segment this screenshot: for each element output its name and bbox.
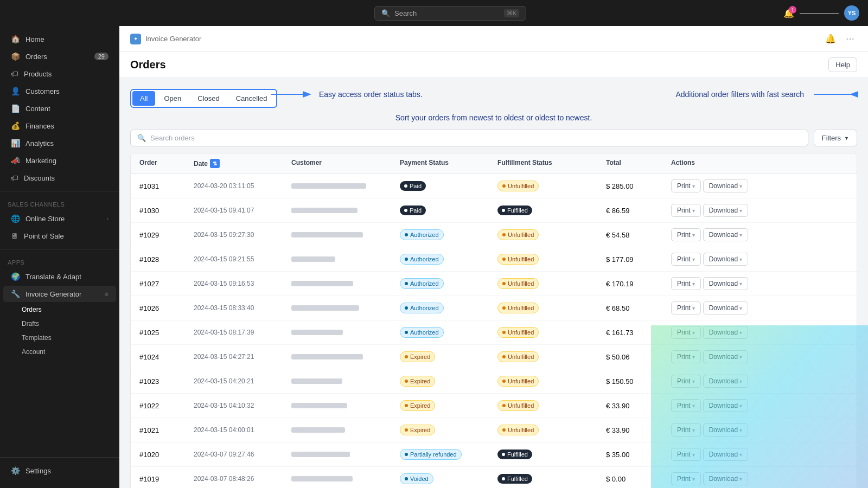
customer-name	[291, 256, 400, 262]
search-filter-row: 🔍 Search orders Filters ▼	[130, 130, 857, 146]
customer-name	[291, 183, 400, 189]
global-search[interactable]: 🔍 Search ⌘K	[374, 6, 526, 21]
content-icon: 📄	[11, 104, 20, 113]
sidebar-item-invoice-generator[interactable]: 🔧 Invoice Generator ⊕	[3, 286, 116, 302]
order-date: 2024-03-07 09:27:46	[194, 451, 291, 458]
download-button[interactable]: Download ▾	[703, 228, 748, 241]
download-button[interactable]: Download ▾	[703, 350, 748, 363]
sidebar-item-orders[interactable]: 📦 Orders 29	[3, 48, 116, 65]
print-button[interactable]: Print ▾	[671, 277, 701, 290]
payment-status: Expired	[400, 376, 497, 387]
breadcrumb-title: Invoice Generator	[145, 35, 201, 43]
payment-status: Paid	[400, 206, 497, 215]
pos-icon: 🖥	[11, 232, 18, 240]
table-row: #1022 2024-03-15 04:10:32 Expired Unfulf…	[131, 394, 857, 418]
payment-status: Authorized	[400, 254, 497, 265]
sidebar-sub-label-templates: Templates	[22, 334, 52, 342]
print-button[interactable]: Print ▾	[671, 204, 701, 217]
products-icon: 🏷	[11, 69, 18, 78]
sidebar-item-finances[interactable]: 💰 Finances	[3, 118, 116, 134]
sidebar-item-settings[interactable]: ⚙️ Settings	[3, 463, 116, 479]
print-button[interactable]: Print ▾	[671, 375, 701, 388]
notification-button[interactable]: 🔔 1	[783, 8, 794, 18]
download-button[interactable]: Download ▾	[703, 253, 748, 266]
print-button[interactable]: Print ▾	[671, 472, 701, 485]
tab-cancelled[interactable]: Cancelled	[228, 91, 275, 106]
page-title: Orders	[130, 59, 166, 71]
table-row: #1031 2024-03-20 03:11:05 Paid Unfulfill…	[131, 174, 857, 198]
print-arrow-icon: ▾	[692, 232, 695, 238]
top-bar: 🔍 Search ⌘K 🔔 1 —————— YS	[0, 0, 868, 26]
download-button[interactable]: Download ▾	[703, 301, 748, 314]
sidebar-item-customers[interactable]: 👤 Customers	[3, 83, 116, 99]
download-button[interactable]: Download ▾	[703, 472, 748, 485]
download-button[interactable]: Download ▾	[703, 448, 748, 461]
payment-status: Expired	[400, 351, 497, 362]
order-date: 2024-03-15 08:33:40	[194, 304, 291, 312]
print-button[interactable]: Print ▾	[671, 301, 701, 314]
th-date[interactable]: Date ⇅	[194, 159, 291, 168]
download-arrow-icon: ▾	[739, 256, 742, 262]
download-button[interactable]: Download ▾	[703, 179, 748, 192]
table-row: #1025 2024-03-15 08:17:39 Authorized Unf…	[131, 320, 857, 345]
print-button[interactable]: Print ▾	[671, 350, 701, 363]
sidebar-item-marketing[interactable]: 📣 Marketing	[3, 152, 116, 169]
download-button[interactable]: Download ▾	[703, 277, 748, 290]
tab-closed[interactable]: Closed	[190, 91, 227, 106]
more-icon-btn[interactable]: ⋯	[843, 33, 857, 45]
print-button[interactable]: Print ▾	[671, 179, 701, 192]
search-icon-order: 🔍	[137, 134, 146, 142]
download-arrow-icon: ▾	[739, 305, 742, 311]
order-total: € 86.59	[606, 207, 671, 215]
print-button[interactable]: Print ▾	[671, 326, 701, 339]
sidebar-sub-drafts[interactable]: Drafts	[3, 317, 116, 330]
finances-icon: 💰	[11, 121, 20, 130]
sidebar-item-translate[interactable]: 🌍 Translate & Adapt	[3, 268, 116, 285]
download-button[interactable]: Download ▾	[703, 399, 748, 412]
header-actions: 🔔 ⋯	[822, 33, 857, 45]
download-button[interactable]: Download ▾	[703, 375, 748, 388]
bell-icon-btn[interactable]: 🔔	[822, 33, 839, 45]
fulfillment-status: Fulfilled	[497, 450, 606, 459]
sidebar-label-invoice-generator: Invoice Generator	[25, 290, 81, 298]
sidebar-item-pos[interactable]: 🖥 Point of Sale	[3, 228, 116, 244]
sidebar-item-online-store[interactable]: 🌐 Online Store ›	[3, 210, 116, 227]
print-button[interactable]: Print ▾	[671, 423, 701, 436]
action-btns: Print ▾ Download ▾	[671, 204, 780, 217]
payment-status: Paid	[400, 181, 497, 191]
invoice-expand-icon: ⊕	[104, 291, 108, 297]
filters-button[interactable]: Filters ▼	[814, 130, 857, 146]
customer-name	[291, 232, 400, 237]
sidebar-sub-orders[interactable]: Orders	[3, 303, 116, 316]
action-btns: Print ▾ Download ▾	[671, 301, 780, 314]
customer-name	[291, 208, 400, 213]
orders-table: Order Date ⇅ Customer Payment Status Ful…	[130, 153, 857, 488]
print-button[interactable]: Print ▾	[671, 448, 701, 461]
help-button[interactable]: Help	[828, 57, 857, 72]
order-search-input[interactable]: 🔍 Search orders	[130, 130, 808, 146]
sidebar-item-content[interactable]: 📄 Content	[3, 100, 116, 117]
sidebar-sub-label-orders: Orders	[22, 306, 42, 313]
download-button[interactable]: Download ▾	[703, 204, 748, 217]
download-button[interactable]: Download ▾	[703, 326, 748, 339]
print-button[interactable]: Print ▾	[671, 228, 701, 241]
print-button[interactable]: Print ▾	[671, 253, 701, 266]
sidebar-sub-account[interactable]: Account	[3, 345, 116, 358]
sidebar-item-discounts[interactable]: 🏷 Discounts	[3, 170, 116, 186]
sidebar-item-analytics[interactable]: 📊 Analytics	[3, 135, 116, 151]
avatar[interactable]: YS	[844, 5, 859, 21]
print-button[interactable]: Print ▾	[671, 399, 701, 412]
orders-icon: 📦	[11, 52, 20, 61]
sidebar-item-home[interactable]: 🏠 Home	[3, 31, 116, 47]
action-btns: Print ▾ Download ▾	[671, 277, 780, 290]
table-row: #1029 2024-03-15 09:27:30 Authorized Unf…	[131, 223, 857, 247]
order-total: € 54.58	[606, 231, 671, 239]
download-arrow-icon: ▾	[739, 330, 742, 336]
table-body: #1031 2024-03-20 03:11:05 Paid Unfulfill…	[131, 174, 857, 488]
sidebar-sub-templates[interactable]: Templates	[3, 331, 116, 344]
tab-all[interactable]: All	[132, 91, 155, 106]
download-button[interactable]: Download ▾	[703, 423, 748, 436]
download-arrow-icon: ▾	[739, 452, 742, 458]
sidebar-item-products[interactable]: 🏷 Products	[3, 66, 116, 82]
tab-open[interactable]: Open	[156, 91, 189, 106]
